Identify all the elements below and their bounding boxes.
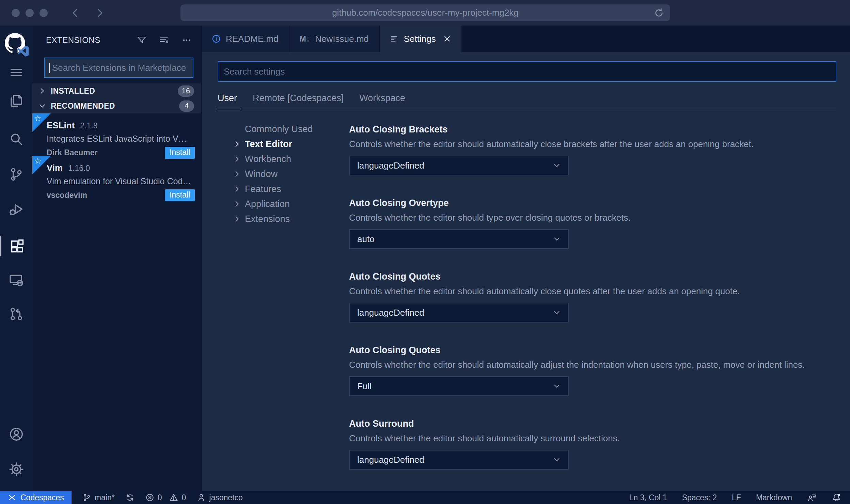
setting-dropdown[interactable]: languageDefined — [349, 156, 569, 175]
menu-hamburger-icon[interactable] — [8, 64, 25, 81]
extension-description: Integrates ESLint JavaScript into VS C..… — [47, 134, 191, 144]
settings-search-input[interactable] — [218, 62, 836, 81]
url-text: github.com/codespaces/user-my-project-mg… — [332, 7, 519, 18]
setting-dropdown[interactable]: languageDefined — [349, 450, 569, 470]
dropdown-value: languageDefined — [357, 455, 552, 465]
browser-nav-buttons — [70, 8, 105, 18]
info-icon — [212, 34, 221, 43]
chevron-right-icon — [38, 87, 46, 95]
reload-icon[interactable] — [654, 8, 664, 18]
sync-button[interactable] — [126, 493, 135, 502]
run-debug-icon[interactable] — [8, 201, 25, 218]
extensions-search-input[interactable] — [45, 58, 193, 77]
forward-icon[interactable] — [95, 8, 105, 18]
toc-extensions[interactable]: Extensions — [233, 211, 349, 226]
extension-list-item[interactable]: ☆ ESLint 2.1.8 Integrates ESLint JavaScr… — [32, 113, 201, 156]
git-branch-icon — [82, 493, 91, 502]
extensions-icon[interactable] — [8, 238, 25, 254]
extension-name: ESLint — [47, 120, 75, 131]
notifications-bell-icon[interactable] — [832, 493, 841, 502]
clear-search-results-icon[interactable] — [159, 35, 170, 46]
account-icon[interactable] — [8, 426, 25, 442]
install-button[interactable]: Install — [165, 189, 195, 201]
toc-commonly-used[interactable]: Commonly Used — [233, 122, 349, 137]
source-control-icon[interactable] — [8, 166, 25, 183]
toc-label: Text Editor — [245, 139, 292, 149]
chevron-right-icon — [233, 215, 245, 223]
extensions-search[interactable] — [44, 58, 193, 78]
chevron-right-icon — [233, 140, 245, 148]
language-mode[interactable]: Markdown — [756, 493, 792, 502]
setting-auto-closing-quotes-2: Auto Closing Quotes Controls whether the… — [349, 345, 836, 396]
setting-description: Controls whether the editor should autom… — [349, 433, 836, 444]
dropdown-value: auto — [357, 234, 552, 245]
extension-list-item[interactable]: ☆ Vim 1.16.0 Vim emulation for Visual St… — [32, 156, 201, 199]
toc-workbench[interactable]: Workbench — [233, 152, 349, 167]
tab-settings[interactable]: Settings — [380, 26, 462, 52]
extension-version: 2.1.8 — [80, 121, 97, 130]
chevron-down-icon — [552, 382, 561, 391]
feedback-icon[interactable] — [807, 493, 817, 502]
tab-readme[interactable]: README.md — [202, 26, 289, 52]
scope-tab-remote[interactable]: Remote [Codespaces] — [253, 93, 344, 104]
branch-label: main* — [95, 493, 115, 502]
user-indicator[interactable]: jasonetco — [197, 493, 242, 502]
scope-tab-workspace[interactable]: Workspace — [359, 93, 405, 104]
back-icon[interactable] — [70, 8, 80, 18]
extension-version: 1.16.0 — [68, 164, 90, 173]
more-actions-icon[interactable] — [181, 35, 192, 46]
setting-dropdown[interactable]: auto — [349, 229, 569, 249]
extension-publisher: vscodevim — [47, 191, 87, 200]
codespaces-remote-indicator[interactable]: Codespaces — [0, 491, 72, 504]
setting-description: Controls whether the editor should autom… — [349, 360, 836, 370]
toc-text-editor[interactable]: Text Editor — [233, 137, 349, 152]
toc-label: Application — [245, 199, 290, 209]
problems-indicator[interactable]: 0 0 — [145, 493, 186, 502]
vscode-logo-icon — [17, 45, 29, 57]
filter-icon[interactable] — [136, 35, 147, 46]
chevron-down-icon — [38, 102, 46, 110]
window-close-button[interactable] — [12, 9, 20, 17]
sidebar-actions — [136, 35, 192, 46]
user-label: jasonetco — [209, 493, 242, 502]
remote-icon — [7, 493, 16, 502]
toc-window[interactable]: Window — [233, 167, 349, 182]
settings-body: Commonly Used Text Editor Workbench Wind… — [202, 120, 850, 491]
branch-indicator[interactable]: main* — [82, 493, 115, 502]
window-minimize-button[interactable] — [26, 9, 34, 17]
section-installed[interactable]: INSTALLED 16 — [32, 83, 201, 98]
cursor-position[interactable]: Ln 3, Col 1 — [629, 493, 667, 502]
remote-explorer-icon[interactable] — [8, 272, 25, 288]
person-icon — [197, 493, 206, 502]
settings-gear-icon[interactable] — [8, 461, 25, 477]
settings-editor: User Remote [Codespaces] Workspace Commo… — [202, 52, 850, 491]
chevron-right-icon — [233, 185, 245, 193]
warning-icon — [169, 493, 178, 502]
toc-features[interactable]: Features — [233, 182, 349, 196]
section-recommended[interactable]: RECOMMENDED 4 — [32, 98, 201, 113]
recommended-count-badge: 4 — [179, 100, 194, 112]
close-icon[interactable] — [443, 35, 451, 43]
search-icon[interactable] — [8, 131, 25, 148]
setting-dropdown[interactable]: Full — [349, 376, 569, 396]
address-bar[interactable]: github.com/codespaces/user-my-project-mg… — [180, 4, 670, 21]
eol-indicator[interactable]: LF — [732, 493, 741, 502]
pull-requests-icon[interactable] — [8, 306, 25, 322]
tab-newissue[interactable]: M↓ NewIssue.md — [289, 26, 380, 52]
chevron-right-icon — [233, 170, 245, 178]
setting-dropdown[interactable]: languageDefined — [349, 303, 569, 322]
setting-description: Controls whether the editor should type … — [349, 212, 836, 223]
toc-label: Extensions — [245, 214, 290, 224]
window-maximize-button[interactable] — [40, 9, 48, 17]
scope-tab-user[interactable]: User — [218, 93, 237, 104]
toc-application[interactable]: Application — [233, 196, 349, 211]
settings-toc: Commonly Used Text Editor Workbench Wind… — [202, 120, 349, 491]
installed-count-badge: 16 — [178, 85, 194, 97]
browser-window: github.com/codespaces/user-my-project-mg… — [0, 0, 850, 504]
explorer-icon[interactable] — [8, 92, 25, 109]
settings-search[interactable] — [218, 61, 836, 82]
window-controls — [12, 9, 48, 17]
section-label: RECOMMENDED — [51, 101, 115, 111]
indentation[interactable]: Spaces: 2 — [682, 493, 717, 502]
browser-toolbar: github.com/codespaces/user-my-project-mg… — [0, 0, 850, 26]
